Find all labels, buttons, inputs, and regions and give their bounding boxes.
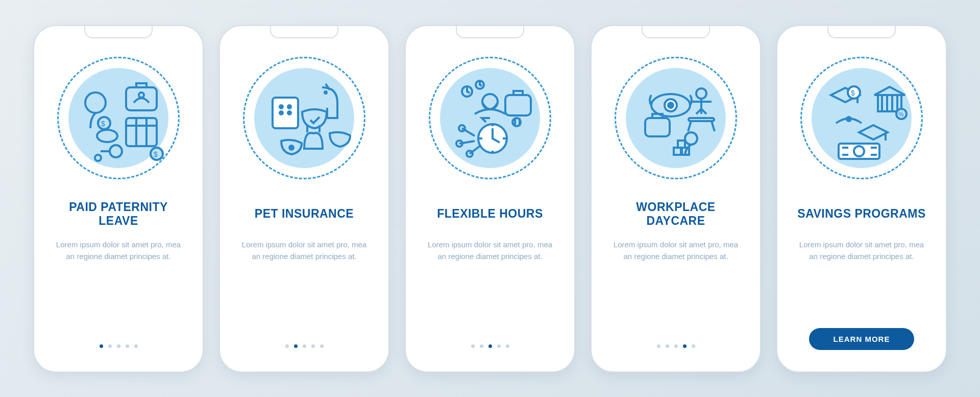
phone-screen-3: FLEXIBLE HOURS Lorem ipsum dolor sit ame…: [405, 25, 575, 372]
svg-text:%: %: [898, 111, 904, 118]
svg-point-15: [288, 111, 291, 114]
dot[interactable]: [683, 344, 687, 348]
svg-rect-21: [505, 95, 531, 115]
svg-point-13: [288, 105, 291, 108]
screen-desc: Lorem ipsum dolor sit amet pro, mea an r…: [233, 239, 375, 274]
dot[interactable]: [471, 344, 475, 348]
svg-point-14: [280, 111, 283, 114]
svg-rect-34: [645, 118, 670, 136]
dot[interactable]: [480, 344, 483, 348]
onboarding-row: $ $ PAID PATERNITY LEAVE Lorem ipsum dol…: [8, 5, 972, 393]
phone-screen-5: $ % SAVINGS PROGRAMS Lorem ipsum dolor s…: [776, 25, 947, 372]
flexible-hours-icon: [429, 57, 551, 179]
dot[interactable]: [674, 344, 678, 348]
svg-point-3: [97, 130, 117, 142]
dot[interactable]: [692, 344, 695, 348]
svg-point-44: [847, 117, 851, 121]
dot[interactable]: [320, 344, 324, 348]
pagination-dots: [285, 344, 324, 348]
svg-rect-33: [689, 118, 714, 121]
phone-screen-1: $ $ PAID PATERNITY LEAVE Lorem ipsum dol…: [33, 25, 204, 372]
pet-insurance-icon: [243, 57, 365, 179]
dot[interactable]: [657, 344, 660, 348]
phone-screen-2: PET INSURANCE Lorem ipsum dolor sit amet…: [219, 25, 389, 372]
pagination-dots: [471, 344, 509, 348]
svg-rect-11: [273, 98, 298, 128]
workplace-daycare-icon: [615, 57, 737, 179]
dot[interactable]: [134, 344, 138, 348]
svg-rect-38: [678, 141, 685, 148]
pagination-dots: [657, 344, 695, 348]
dot[interactable]: [108, 344, 112, 348]
dot[interactable]: [294, 344, 298, 348]
dot[interactable]: [100, 344, 103, 348]
svg-text:$: $: [101, 120, 105, 128]
svg-text:$: $: [154, 150, 158, 158]
svg-point-16: [325, 91, 327, 94]
svg-rect-23: [514, 118, 516, 126]
screen-desc: Lorem ipsum dolor sit amet pro, mea an r…: [791, 239, 933, 274]
svg-point-0: [85, 92, 106, 113]
paternity-leave-icon: $ $: [57, 57, 180, 179]
svg-text:$: $: [851, 89, 855, 97]
svg-rect-6: [126, 118, 157, 146]
screen-title: PET INSURANCE: [250, 200, 359, 228]
svg-rect-24: [519, 118, 521, 126]
screen-desc: Lorem ipsum dolor sit amet pro, mea an r…: [419, 239, 561, 274]
svg-point-7: [110, 145, 122, 157]
savings-programs-icon: $ %: [800, 57, 923, 179]
learn-more-button[interactable]: LEARN MORE: [809, 328, 915, 350]
svg-point-12: [280, 105, 283, 108]
dot[interactable]: [126, 344, 129, 348]
svg-point-35: [685, 132, 697, 145]
screen-title: WORKPLACE DAYCARE: [605, 200, 747, 228]
svg-point-31: [668, 103, 673, 108]
dot[interactable]: [285, 344, 289, 348]
svg-point-32: [696, 88, 706, 99]
dot[interactable]: [117, 344, 120, 348]
pagination-dots: [100, 344, 138, 348]
dot[interactable]: [303, 344, 306, 348]
dot[interactable]: [666, 344, 669, 348]
dot[interactable]: [506, 344, 509, 348]
screen-title: SAVINGS PROGRAMS: [792, 200, 931, 228]
dot[interactable]: [497, 344, 501, 348]
svg-point-8: [95, 155, 101, 161]
phone-screen-4: WORKPLACE DAYCARE Lorem ipsum dolor sit …: [591, 25, 761, 372]
svg-point-17: [289, 146, 293, 150]
svg-rect-36: [674, 148, 681, 155]
screen-desc: Lorem ipsum dolor sit amet pro, mea an r…: [605, 239, 747, 274]
screen-title: PAID PATERNITY LEAVE: [47, 200, 189, 228]
screen-title: FLEXIBLE HOURS: [432, 200, 548, 228]
screen-desc: Lorem ipsum dolor sit amet pro, mea an r…: [47, 239, 189, 274]
dot[interactable]: [311, 344, 315, 348]
dot[interactable]: [488, 344, 492, 348]
